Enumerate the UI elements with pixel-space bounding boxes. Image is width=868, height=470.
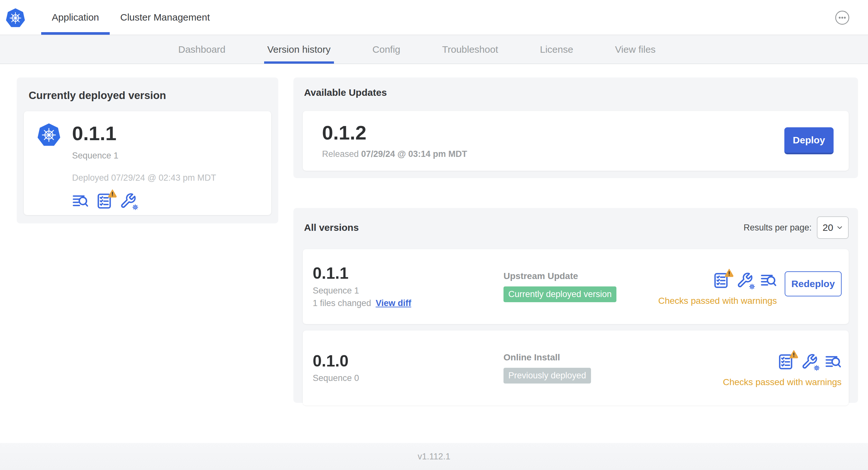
row-sequence: Sequence 0 [313, 373, 503, 383]
config-wrench-icon[interactable] [736, 272, 753, 289]
warning-triangle-icon [107, 189, 117, 198]
app-icon-kubernetes [37, 124, 61, 147]
row-version-number: 0.1.0 [313, 352, 503, 370]
tab-application[interactable]: Application [41, 0, 110, 35]
results-per-page-value: 20 [823, 222, 833, 233]
released-prefix: Released [322, 149, 359, 159]
version-row: 0.1.0 Sequence 0 Online Install Previous… [303, 331, 849, 405]
available-updates-card: Available Updates 0.1.2 Released 07/29/2… [293, 77, 858, 178]
app-footer: v1.112.1 [0, 443, 868, 470]
update-version-number: 0.1.2 [322, 123, 467, 143]
warning-triangle-icon [789, 349, 799, 359]
view-diff-link[interactable]: View diff [376, 298, 411, 308]
main-content: Currently deployed version [0, 64, 868, 403]
logs-icon[interactable] [760, 272, 777, 289]
row-sequence: Sequence 1 [313, 286, 503, 296]
results-per-page-label: Results per page: [743, 223, 812, 233]
deployed-version-number: 0.1.1 [72, 123, 216, 144]
files-changed-label: 1 files changed [313, 298, 371, 308]
config-wrench-icon[interactable] [120, 193, 136, 209]
version-source: Upstream Update [503, 271, 658, 281]
available-updates-title: Available Updates [304, 87, 849, 98]
currently-deployed-card: Currently deployed version [17, 77, 278, 224]
config-wrench-icon[interactable] [801, 353, 818, 370]
gear-icon [748, 282, 756, 291]
tab-config[interactable]: Config [369, 35, 404, 64]
tab-license[interactable]: License [537, 35, 576, 64]
tab-version-history[interactable]: Version history [264, 35, 334, 64]
gear-icon [813, 364, 821, 372]
chevron-down-icon [836, 224, 843, 231]
primary-tabs: Application Cluster Management [41, 0, 220, 35]
deployed-timestamp: Deployed 07/29/24 @ 02:43 pm MDT [72, 173, 216, 183]
released-timestamp: 07/29/24 @ 03:14 pm MDT [361, 149, 467, 159]
console-version: v1.112.1 [417, 452, 451, 462]
deployed-version-panel: 0.1.1 Sequence 1 Deployed 07/29/24 @ 02:… [24, 111, 271, 215]
app-header: Application Cluster Management [0, 0, 868, 35]
version-source: Online Install [503, 352, 658, 363]
preflight-checks-icon[interactable] [777, 353, 794, 370]
results-per-page-select[interactable]: 20 [817, 216, 849, 239]
kubernetes-logo-icon [6, 8, 25, 28]
row-version-number: 0.1.1 [313, 265, 503, 282]
more-menu-button[interactable] [835, 10, 850, 25]
tab-dashboard[interactable]: Dashboard [175, 35, 229, 64]
currently-deployed-badge: Currently deployed version [503, 287, 616, 302]
all-versions-card: All versions Results per page: 20 0.1.1 … [293, 208, 858, 403]
preflight-checks-icon[interactable] [713, 272, 729, 289]
previously-deployed-badge: Previously deployed [503, 368, 591, 383]
gear-icon [131, 203, 139, 211]
tab-troubleshoot[interactable]: Troubleshoot [439, 35, 501, 64]
all-versions-title: All versions [304, 222, 359, 233]
update-row: 0.1.2 Released 07/29/24 @ 03:14 pm MDT D… [303, 111, 849, 171]
currently-deployed-title: Currently deployed version [29, 89, 271, 102]
checks-status: Checks passed with warnings [658, 296, 777, 306]
preflight-checks-icon[interactable] [96, 193, 113, 209]
version-row: 0.1.1 Sequence 1 1 files changed View di… [303, 249, 849, 324]
deploy-button[interactable]: Deploy [784, 127, 834, 154]
checks-status: Checks passed with warnings [723, 377, 842, 388]
logs-icon[interactable] [72, 193, 89, 209]
deployed-sequence: Sequence 1 [72, 151, 216, 161]
logs-icon[interactable] [825, 353, 842, 370]
redeploy-button[interactable]: Redeploy [785, 271, 842, 296]
warning-triangle-icon [724, 268, 734, 278]
app-subnav: Dashboard Version history Config Trouble… [0, 35, 868, 64]
tab-cluster-management[interactable]: Cluster Management [110, 0, 220, 35]
tab-view-files[interactable]: View files [612, 35, 659, 64]
